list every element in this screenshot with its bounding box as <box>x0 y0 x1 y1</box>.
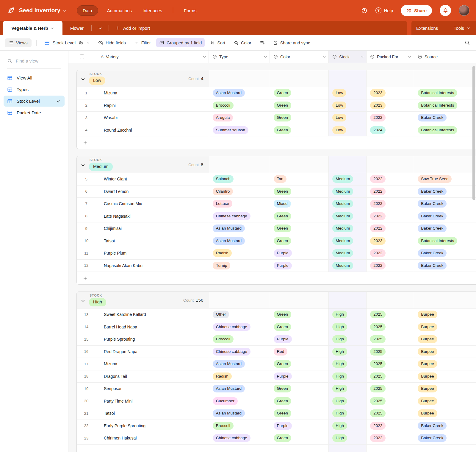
stock-cell[interactable]: Medium <box>329 210 367 222</box>
color-cell[interactable]: Purple <box>270 420 329 432</box>
chevron-down-icon[interactable] <box>322 55 326 59</box>
variety-cell[interactable]: 20 Party Time Mini <box>77 395 209 407</box>
notifications-button[interactable] <box>440 5 451 16</box>
variety-cell[interactable]: 17 Mizuna <box>77 358 209 370</box>
table-row[interactable]: 18 Dragons Tail Radish Purple High 2025 … <box>77 370 476 383</box>
packed-for-cell[interactable]: 2022 <box>367 198 414 210</box>
current-view-button[interactable]: Stock Level <box>41 38 93 48</box>
variety-cell[interactable]: 22 Early Purple Sprouting <box>77 420 209 432</box>
stock-cell[interactable]: Medium <box>329 260 367 272</box>
search-icon[interactable] <box>464 40 470 46</box>
table-row[interactable]: 15 Purple Sprouting Broccoli Purple High… <box>77 333 476 346</box>
color-cell[interactable]: Purple <box>270 333 329 345</box>
packed-for-cell[interactable]: 2025 <box>367 370 414 383</box>
packed-for-cell[interactable]: 2023 <box>367 87 414 99</box>
color-cell[interactable]: Green <box>270 112 329 124</box>
sidebar-view-item[interactable]: Types <box>4 84 65 95</box>
sidebar-view-item[interactable]: View All <box>4 72 65 83</box>
variety-cell[interactable]: 4 Round Zucchni <box>77 124 209 136</box>
table-row[interactable]: 23 Chirimen Hakusai Chinese cabbage Gree… <box>77 432 476 445</box>
type-cell[interactable]: Asian Mustard <box>209 222 270 235</box>
source-cell[interactable]: Burpee <box>414 346 476 358</box>
vertical-scrollbar[interactable] <box>472 66 475 200</box>
column-header-source[interactable]: Source <box>414 51 476 63</box>
table-row[interactable]: 22 Early Purple Sprouting Broccoli Purpl… <box>77 420 476 432</box>
stock-cell[interactable]: High <box>329 420 367 432</box>
type-cell[interactable]: Broccoli <box>209 333 270 345</box>
packed-for-cell[interactable]: 2022 <box>367 420 414 432</box>
color-cell[interactable]: Mixed <box>270 198 329 210</box>
stock-cell[interactable]: High <box>329 308 367 321</box>
source-cell[interactable]: Sow True Seed <box>414 173 476 185</box>
sidebar-view-item[interactable]: Stock Level <box>4 96 65 107</box>
type-cell[interactable]: Radish <box>209 247 270 259</box>
source-cell[interactable]: Burpee <box>414 395 476 407</box>
table-row[interactable]: 20 Party Time Mini Cucumber Green High 2… <box>77 395 476 408</box>
stock-cell[interactable]: Medium <box>329 198 367 210</box>
source-cell[interactable]: Burpee <box>414 308 476 321</box>
type-cell[interactable]: Lettuce <box>209 198 270 210</box>
stock-cell[interactable]: Low <box>329 112 367 124</box>
tools-button[interactable]: Tools <box>454 26 470 31</box>
color-cell[interactable]: Green <box>270 87 329 99</box>
table-row[interactable]: 19 Senposai Asian Mustard Green High 202… <box>77 383 476 395</box>
packed-for-cell[interactable]: 2023 <box>367 235 414 247</box>
column-header-type[interactable]: Type <box>209 51 270 63</box>
color-cell[interactable]: Green <box>270 395 329 407</box>
color-cell[interactable]: Green <box>270 432 329 444</box>
collapse-group-icon[interactable] <box>81 77 85 82</box>
stock-cell[interactable]: High <box>329 395 367 407</box>
packed-for-cell[interactable] <box>367 445 414 452</box>
source-cell[interactable]: Burpee <box>414 407 476 420</box>
type-cell[interactable]: Broccoli <box>209 420 270 432</box>
stock-cell[interactable]: Low <box>329 99 367 112</box>
color-cell[interactable]: Tan <box>270 173 329 185</box>
packed-for-cell[interactable]: 2023 <box>367 99 414 112</box>
table-row[interactable]: 13 Sweet Karoline Kallard Other Green Hi… <box>77 308 476 321</box>
app-title[interactable]: Seed Inventory <box>19 7 60 14</box>
tab-vegetable-herb[interactable]: Vegetable & Herb <box>3 21 62 35</box>
variety-cell[interactable]: 13 Sweet Karoline Kallard <box>77 308 209 321</box>
color-cell[interactable]: Green <box>270 99 329 112</box>
add-or-import-button[interactable]: Add or import <box>109 21 156 35</box>
color-cell[interactable]: Green <box>270 358 329 370</box>
color-cell[interactable]: Red <box>270 346 329 358</box>
type-cell[interactable]: Spinach <box>209 173 270 185</box>
color-cell[interactable]: Green <box>270 383 329 395</box>
type-cell[interactable]: Radish <box>209 370 270 383</box>
packed-for-cell[interactable]: 2025 <box>367 333 414 345</box>
add-record-row[interactable] <box>77 136 476 149</box>
stock-cell[interactable]: Low <box>329 124 367 136</box>
variety-cell[interactable]: 18 Dragons Tail <box>77 370 209 383</box>
packed-for-cell[interactable]: 2022 <box>367 112 414 124</box>
table-row[interactable]: 6 Dwarf Lemon Cilantro Green Medium 2022… <box>77 186 476 198</box>
packed-for-cell[interactable]: 2022 <box>367 247 414 259</box>
source-cell[interactable]: Baker Creek <box>414 260 476 272</box>
color-cell[interactable]: Purple <box>270 247 329 259</box>
stock-cell[interactable]: Medium <box>329 235 367 247</box>
type-cell[interactable]: Turnip <box>209 260 270 272</box>
stock-cell[interactable]: High <box>329 333 367 345</box>
sidebar-view-item[interactable]: Packet Date <box>4 107 65 118</box>
hide-fields-button[interactable]: Hide fields <box>95 38 129 47</box>
type-cell[interactable]: Asian Mustard <box>209 87 270 99</box>
table-row[interactable]: 21 Tatsoi Asian Mustard Green High 2025 … <box>77 407 476 420</box>
share-and-sync-button[interactable]: Share and sync <box>270 38 313 47</box>
packed-for-cell[interactable]: 2025 <box>367 395 414 407</box>
source-cell[interactable]: Baker Creek <box>414 210 476 222</box>
column-header-variety[interactable]: A Variety <box>68 51 209 63</box>
variety-cell[interactable]: 14 Barrel Head Napa <box>77 321 209 333</box>
variety-cell[interactable]: 3 Wasabi <box>77 112 209 124</box>
source-cell[interactable]: Burpee <box>414 370 476 383</box>
packed-for-cell[interactable]: 2025 <box>367 321 414 333</box>
stock-cell[interactable] <box>329 445 367 452</box>
help-button[interactable]: ? Help <box>375 7 393 13</box>
views-button[interactable]: Views <box>5 38 32 47</box>
collapse-group-icon[interactable] <box>81 298 85 303</box>
variety-cell[interactable]: 9 Chijimisai <box>77 222 209 235</box>
variety-cell[interactable]: 21 Tatsoi <box>77 407 209 420</box>
color-cell[interactable]: Green <box>270 210 329 222</box>
stock-cell[interactable]: High <box>329 346 367 358</box>
nav-tab-interfaces[interactable]: Interfaces <box>143 8 162 13</box>
color-cell[interactable]: Green <box>270 186 329 198</box>
